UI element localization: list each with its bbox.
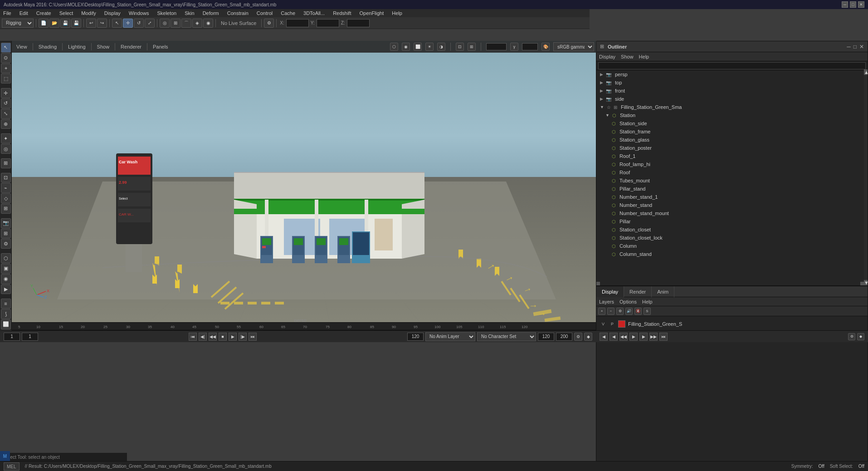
maximize-button[interactable]: □ (850, 1, 856, 8)
save-as-button[interactable]: 💾 (71, 19, 81, 28)
display-settings-button[interactable]: ⚙ (1, 239, 11, 249)
out-transport-next2-button[interactable]: ▶▶ (649, 333, 658, 341)
frame-current-input[interactable] (22, 333, 38, 341)
menu-skin[interactable]: Skin (183, 10, 195, 16)
out-transport-play-rev-button[interactable]: ◀◀ (619, 333, 628, 341)
vt-value2-input[interactable]: 1.00 (522, 43, 538, 50)
tree-item-filling-station-group[interactable]: ▼ ☆ ⊞ Filling_Station_Green_Sma (596, 103, 868, 111)
transport-keyframe-button[interactable]: ◆ (584, 333, 592, 341)
scroll-down-button[interactable]: ▼ (864, 280, 868, 285)
tree-item-front[interactable]: ▶ 📷 front (596, 87, 868, 95)
snap-curve-button[interactable]: ⌒ (181, 19, 191, 28)
rotate-button[interactable]: ↺ (1, 98, 11, 108)
step-forward-button[interactable]: |▶ (239, 333, 247, 341)
snap-point-side-button[interactable]: ◇ (1, 193, 11, 203)
menu-control[interactable]: Control (255, 10, 274, 16)
tree-item-roof1[interactable]: ⬡ Roof_1 (596, 152, 868, 160)
out-menu-help[interactable]: Help (639, 54, 649, 59)
tree-item-side[interactable]: ▶ 📷 side (596, 95, 868, 103)
outline-view-button[interactable]: ≡ (1, 299, 11, 309)
ipr-render-button[interactable]: ◉ (1, 274, 11, 284)
vt-wireframe-button[interactable]: ⬡ (390, 43, 398, 51)
scroll-up-button[interactable]: ▲ (864, 69, 868, 75)
menu-openflight[interactable]: OpenFlight (358, 10, 385, 16)
menu-deform[interactable]: Deform (201, 10, 220, 16)
universal-manip-button[interactable]: ⊕ (1, 119, 11, 129)
camera-button[interactable]: 📷 (1, 218, 11, 228)
vt-panels[interactable]: Panels (151, 44, 170, 50)
vt-iso2-button[interactable]: ⊞ (468, 43, 476, 51)
layer-add-button[interactable]: + (598, 308, 605, 315)
vt-colorspace-button[interactable]: 🎨 (541, 43, 550, 51)
close-button[interactable]: ✕ (858, 1, 864, 8)
snap-curve-side-button[interactable]: ⌁ (1, 183, 11, 193)
tab-display[interactable]: Display (596, 286, 624, 297)
save-scene-button[interactable]: 💾 (60, 19, 70, 28)
snap-surface-button[interactable]: ◉ (203, 19, 213, 28)
frame-all-button[interactable]: ⊞ (1, 229, 11, 239)
out-transport-prev-button[interactable]: ◀ (600, 333, 608, 341)
out-transport-play-button[interactable]: ▶ (629, 333, 638, 341)
layer-color-swatch[interactable] (618, 320, 625, 328)
tab-render[interactable]: Render (624, 286, 652, 297)
z-input[interactable] (347, 19, 370, 27)
open-scene-button[interactable]: 📂 (49, 19, 59, 28)
dope-sheet-button[interactable]: ⬜ (1, 319, 11, 329)
timeline-ruler[interactable]: 1 5 10 15 20 25 30 35 40 45 50 55 60 65 … (0, 322, 596, 330)
tree-item-pillar-stand[interactable]: ⬡ Pillar_stand (596, 185, 868, 193)
minimize-button[interactable]: ─ (842, 1, 848, 8)
layer-mute-button[interactable]: 🔇 (634, 308, 642, 315)
tree-item-number-stand[interactable]: ⬡ Number_stand (596, 201, 868, 209)
layer-speaker-button[interactable]: 🔊 (625, 308, 633, 315)
tree-item-station-glass[interactable]: ⬡ Station_glass (596, 136, 868, 144)
tree-item-tubes-mount[interactable]: ⬡ Tubes_mount (596, 177, 868, 185)
tree-item-column[interactable]: ⬡ Column (596, 242, 868, 250)
outliner-scrollbar[interactable]: ▲ ▼ (864, 69, 868, 285)
maya-logo-button[interactable]: M (0, 451, 10, 461)
render-region-button[interactable]: ⬡ (1, 253, 11, 263)
vt-iso1-button[interactable]: ⊡ (456, 43, 464, 51)
snap-grid-button[interactable]: ⊞ (171, 19, 180, 28)
step-back-button[interactable]: ◀| (199, 333, 207, 341)
snap-view-button[interactable]: ⊞ (1, 204, 11, 214)
render-button[interactable]: ▶ (1, 285, 11, 294)
scale-tool-button[interactable]: ⤢ (145, 19, 155, 28)
menu-edit[interactable]: Edit (18, 10, 29, 16)
soft-sel-button[interactable]: ◎ (160, 19, 170, 28)
redo-button[interactable]: ↪ (97, 19, 107, 28)
stop-button[interactable]: ■ (219, 333, 227, 341)
vt-shading[interactable]: Shading (37, 44, 59, 50)
tree-item-number-stand-1[interactable]: ⬡ Number_stand_1 (596, 193, 868, 201)
lasso-select-button[interactable]: ⌖ (1, 64, 11, 74)
y-input[interactable] (317, 19, 339, 27)
viewport[interactable]: → → → → → (12, 41, 597, 322)
subtab-help[interactable]: Help (642, 299, 653, 304)
menu-3dtoall[interactable]: 3DToAll... (302, 10, 326, 16)
out-settings-btn2[interactable]: ◆ (857, 333, 864, 340)
snap-grid-side-button[interactable]: ⊡ (1, 173, 11, 183)
x-input[interactable] (286, 19, 309, 27)
tree-item-roof[interactable]: ⬡ Roof (596, 168, 868, 177)
menu-select[interactable]: Select (58, 10, 75, 16)
outliner-minimize-button[interactable]: ─ (847, 44, 851, 50)
skip-end-button[interactable]: ⏭ (249, 333, 257, 341)
scroll-right-button[interactable] (860, 282, 864, 285)
scroll-left-button[interactable] (596, 282, 600, 285)
soft-modification-button[interactable]: ◎ (1, 144, 11, 154)
menu-windows[interactable]: Windows (127, 10, 151, 16)
vt-colorspace-dropdown[interactable]: sRGB gamma (553, 42, 594, 51)
undo-button[interactable]: ↩ (86, 19, 96, 28)
out-transport-next-button[interactable]: ▶ (639, 333, 648, 341)
subtab-layers[interactable]: Layers (599, 299, 614, 304)
tree-item-number-stand-mount[interactable]: ⬡ Number_stand_mount (596, 209, 868, 217)
vt-shadow-button[interactable]: ◑ (437, 43, 445, 51)
rotate-tool-button[interactable]: ↺ (134, 19, 144, 28)
outliner-maximize-button[interactable]: □ (853, 44, 857, 50)
layer-delete-button[interactable]: − (607, 308, 614, 315)
layer-solo-button[interactable]: S (644, 308, 651, 315)
vt-gamma-button[interactable]: γ (510, 43, 518, 51)
out-transport-prev2-button[interactable]: ◀ (610, 333, 618, 341)
tree-item-persp[interactable]: ▶ 📷 persp (596, 70, 868, 78)
tree-item-station[interactable]: ▼ ⬡ Station (596, 111, 868, 119)
render-view-button[interactable]: ▣ (1, 264, 11, 274)
